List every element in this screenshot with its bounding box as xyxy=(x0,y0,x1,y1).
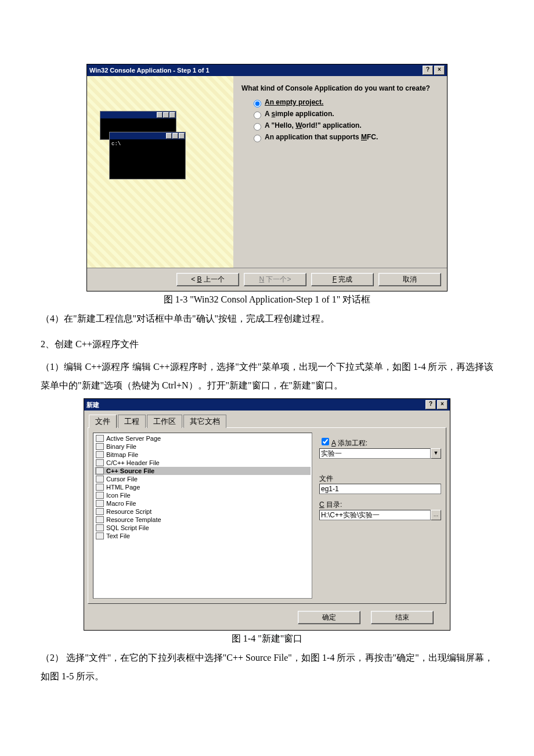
paragraph-edit: （1）编辑 C++源程序 编辑 C++源程序时，选择"文件"菜单项，出现一个下拉… xyxy=(41,358,493,395)
radio-input[interactable] xyxy=(254,123,261,131)
file-icon xyxy=(96,476,104,483)
project-combo[interactable] xyxy=(319,448,431,459)
file-type-item[interactable]: Icon File xyxy=(95,491,311,499)
tab-workspace[interactable]: 工作区 xyxy=(147,415,182,428)
file-type-label: HTML Page xyxy=(106,483,140,491)
file-type-label: Active Server Page xyxy=(106,434,161,442)
new-dialog: 新建 ? × 文件 工程 工作区 其它文档 Active Server Page… xyxy=(84,398,450,631)
file-type-item[interactable]: C/C++ Header File xyxy=(95,459,311,467)
dialog-button-bar: 确定 结束 xyxy=(84,607,450,630)
file-type-label: C++ Source File xyxy=(106,467,154,475)
file-type-item[interactable]: Cursor File xyxy=(95,475,311,483)
wizard-illustration: c:\ xyxy=(87,76,233,268)
file-type-label: Cursor File xyxy=(106,475,138,483)
back-button[interactable]: < B 上一个 xyxy=(176,273,239,286)
help-icon[interactable]: ? xyxy=(423,66,433,75)
cancel-button[interactable]: 取消 xyxy=(378,273,441,286)
radio-input[interactable] xyxy=(254,111,261,119)
file-type-label: Text File xyxy=(106,532,130,540)
radio-hello-world[interactable]: A "Hello, World!" application. xyxy=(251,121,439,131)
radio-input[interactable] xyxy=(254,135,261,142)
file-type-item[interactable]: Resource Script xyxy=(95,507,311,516)
file-type-label: C/C++ Header File xyxy=(106,459,160,467)
file-type-label: Resource Script xyxy=(106,507,151,516)
tab-files[interactable]: 文件 xyxy=(89,415,117,428)
directory-label: C 目录: xyxy=(319,500,441,510)
wizard-dialog: Win32 Console Application - Step 1 of 1 … xyxy=(86,64,448,291)
file-type-item[interactable]: Active Server Page xyxy=(95,434,311,442)
directory-input[interactable] xyxy=(319,510,431,520)
file-type-label: Binary File xyxy=(106,442,136,451)
file-icon xyxy=(96,532,104,539)
file-icon xyxy=(96,524,104,531)
tab-bar: 文件 工程 工作区 其它文档 xyxy=(84,411,450,427)
file-name-input[interactable] xyxy=(319,484,441,494)
radio-input[interactable] xyxy=(254,100,261,107)
radio-mfc-app[interactable]: An application that supports MFC. xyxy=(251,133,439,142)
tab-other[interactable]: 其它文档 xyxy=(183,415,226,428)
file-type-label: Icon File xyxy=(106,491,131,499)
file-icon xyxy=(96,484,104,491)
chevron-down-icon[interactable]: ▼ xyxy=(431,448,441,459)
file-icon xyxy=(96,459,104,466)
figure-caption-1: 图 1-3 "Win32 Consol Application-Step 1 o… xyxy=(41,294,493,306)
next-button[interactable]: N 下一个> xyxy=(244,273,306,286)
file-type-item[interactable]: SQL Script File xyxy=(95,524,311,532)
paragraph-select: （2） 选择"文件"，在它的下拉列表框中选择"C++ Source File"，… xyxy=(41,649,493,686)
file-icon xyxy=(96,492,104,499)
file-icon xyxy=(96,467,104,474)
file-type-list[interactable]: Active Server PageBinary FileBitmap File… xyxy=(93,433,312,599)
file-type-item[interactable]: HTML Page xyxy=(95,483,311,491)
section-heading-2: 2、创建 C++源程序文件 xyxy=(41,339,493,351)
finish-button[interactable]: F 完成 xyxy=(311,273,374,286)
ok-button[interactable]: 确定 xyxy=(298,611,360,624)
file-type-label: Macro File xyxy=(106,499,136,507)
radio-simple-app[interactable]: A simple application. xyxy=(251,110,439,119)
file-icon xyxy=(96,500,104,507)
radio-empty-project[interactable]: An empty project. xyxy=(251,98,439,107)
file-icon xyxy=(96,516,104,523)
file-type-item[interactable]: Resource Template xyxy=(95,516,311,524)
file-icon xyxy=(96,435,104,442)
add-to-project-checkbox[interactable] xyxy=(322,438,329,445)
file-name-label: 文件 xyxy=(319,474,441,484)
browse-button[interactable]: … xyxy=(431,510,441,520)
help-icon[interactable]: ? xyxy=(425,400,436,409)
file-icon xyxy=(96,508,104,515)
file-type-item[interactable]: Bitmap File xyxy=(95,451,311,459)
title-bar: Win32 Console Application - Step 1 of 1 … xyxy=(87,64,447,76)
file-type-label: SQL Script File xyxy=(106,524,149,532)
close-icon[interactable]: × xyxy=(434,66,445,75)
file-icon xyxy=(96,443,104,450)
file-type-item[interactable]: Text File xyxy=(95,532,311,540)
wizard-question: What kind of Console Application do you … xyxy=(241,84,439,92)
file-type-item[interactable]: Binary File xyxy=(95,442,311,451)
file-type-label: Bitmap File xyxy=(106,451,138,459)
wizard-button-bar: < B 上一个 N 下一个> F 完成 取消 xyxy=(87,268,447,291)
console-prompt: c:\ xyxy=(110,139,185,149)
dialog-title: Win32 Console Application - Step 1 of 1 xyxy=(89,67,210,74)
close-button[interactable]: 结束 xyxy=(371,611,434,624)
figure-caption-2: 图 1-4 "新建"窗口 xyxy=(41,633,493,645)
paragraph-step4: （4）在"新建工程信息"对话框中单击"确认"按钮，完成工程创建过程。 xyxy=(41,309,493,328)
dialog-title: 新建 xyxy=(86,401,99,409)
file-icon xyxy=(96,451,104,458)
add-to-project-label: A 添加工程: xyxy=(319,436,441,448)
title-bar: 新建 ? × xyxy=(84,399,450,411)
tab-project[interactable]: 工程 xyxy=(118,415,146,428)
file-type-label: Resource Template xyxy=(106,516,161,524)
close-icon[interactable]: × xyxy=(437,400,448,409)
file-type-item[interactable]: Macro File xyxy=(95,499,311,507)
file-type-item[interactable]: C++ Source File xyxy=(95,467,311,475)
